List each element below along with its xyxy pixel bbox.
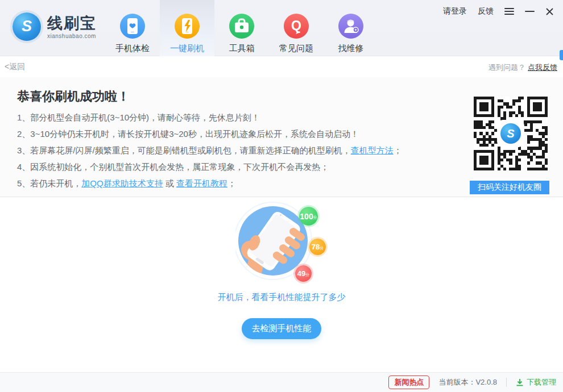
header: S 线刷宝 xianshuabao.com 手机体检	[0, 0, 563, 56]
logo-icon: S	[13, 12, 41, 41]
repairman-icon	[338, 14, 363, 39]
hand-phone-illustration: 100分78分49分	[235, 201, 332, 284]
logo-letter: S	[22, 18, 32, 35]
nav-item-faq[interactable]: Q 常见问题	[269, 0, 324, 56]
footer: 新闻热点 当前版本：V2.0.8 下载管理	[0, 372, 563, 392]
qr-code: S	[474, 97, 548, 170]
toolbox-icon	[229, 14, 254, 39]
tip-link[interactable]: 加QQ群求助技术支持	[81, 178, 163, 188]
score-badge: 78分	[309, 239, 326, 255]
nav-item-phone-health[interactable]: 手机体检	[105, 0, 160, 56]
window-controls: 请登录 反馈	[443, 6, 554, 16]
download-icon	[516, 378, 524, 386]
tip-line: 4、因系统初始化，个别机型首次开机会发热，属正常现象，下次开机不会再发热；	[17, 159, 402, 175]
main-nav: 手机体检 一键刷机 工具箱	[105, 0, 378, 56]
nav-label: 手机体检	[115, 43, 150, 54]
phone-flash-icon	[175, 14, 200, 39]
tip-line: 1、部分机型会自动开机(3~10分钟)，请耐心等待，先休息片刻！	[17, 109, 402, 126]
download-manager-button[interactable]: 下载管理	[516, 377, 556, 387]
tips-list: 1、部分机型会自动开机(3~10分钟)，请耐心等待，先休息片刻！2、3~10分钟…	[17, 109, 402, 191]
performance-hint: 开机后，看看手机性能提升了多少	[0, 292, 563, 303]
nav-label: 一键刷机	[170, 43, 204, 54]
qr-caption-banner[interactable]: 扫码关注好机友圈	[470, 181, 549, 194]
tip-link[interactable]: 查看开机教程	[176, 178, 227, 188]
version-label: 当前版本：V2.0.8	[438, 377, 497, 387]
phone-health-icon	[120, 14, 145, 39]
app-logo: S 线刷宝 xianshuabao.com	[13, 12, 97, 41]
login-link[interactable]: 请登录	[443, 6, 467, 16]
menu-icon[interactable]	[504, 6, 514, 16]
nav-label: 工具箱	[229, 43, 255, 54]
qr-logo-icon: S	[498, 121, 523, 146]
question-icon: Q	[284, 14, 309, 39]
minimize-icon[interactable]	[525, 6, 535, 16]
tip-line: 5、若仍未开机，加QQ群求助技术支持 或 查看开机教程；	[17, 175, 402, 191]
result-section: 恭喜你刷机成功啦！ 1、部分机型会自动开机(3~10分钟)，请耐心等待，先休息片…	[0, 77, 563, 197]
nav-item-toolbox[interactable]: 工具箱	[214, 0, 269, 56]
back-button[interactable]: <返回	[5, 62, 25, 72]
brand-name: 线刷宝	[47, 15, 97, 32]
nav-label: 常见问题	[279, 43, 313, 54]
nav-label: 找维修	[338, 43, 364, 54]
tip-link[interactable]: 查机型方法	[351, 145, 394, 155]
result-title: 恭喜你刷机成功啦！	[17, 88, 130, 105]
close-icon[interactable]	[545, 6, 554, 16]
test-performance-button[interactable]: 去检测手机性能	[242, 318, 321, 339]
side-panel-tab[interactable]	[560, 50, 563, 60]
nav-item-find-repair[interactable]: 找维修	[324, 0, 378, 56]
click-feedback-link[interactable]: 点我反馈	[528, 63, 557, 72]
subheader: <返回 遇到问题？点我反馈	[0, 57, 563, 77]
tip-line: 3、若屏幕花屏/闪屏/频繁重启，可能是刷错机型或刷机包，请重新选择正确的机型刷机…	[17, 142, 402, 159]
news-hotspot-button[interactable]: 新闻热点	[388, 376, 429, 389]
footer-divider	[506, 378, 507, 387]
tip-line: 2、3~10分钟仍未开机时，请长按开机键3~20秒，出现开机迹象后松开，系统会自…	[17, 126, 402, 142]
problem-text: 遇到问题？	[489, 63, 525, 72]
score-badge: 49分	[295, 265, 312, 282]
brand-domain: xianshuabao.com	[47, 33, 97, 39]
score-badge: 100分	[299, 207, 318, 226]
nav-item-one-key-flash[interactable]: 一键刷机	[160, 0, 214, 56]
svg-text:Q: Q	[291, 18, 301, 33]
feedback-link[interactable]: 反馈	[478, 6, 494, 16]
